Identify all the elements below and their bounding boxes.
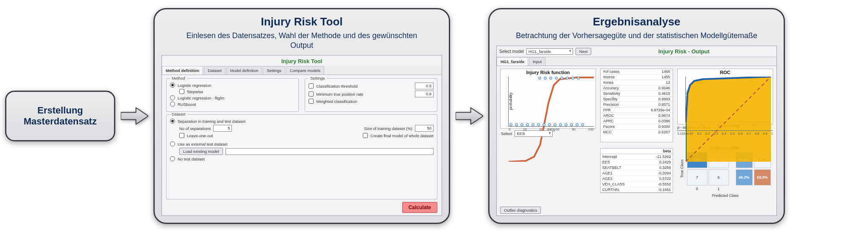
roc-chart: ROC Sensitivity 1 - Specificity 0 0.2 0.…	[677, 69, 773, 124]
input-min-tpr[interactable]: 0.9	[415, 91, 434, 97]
step1-title-line2: Masterdatensatz	[24, 116, 97, 127]
app-title: Injury Risk Tool	[162, 55, 442, 66]
method-legend: Method	[170, 76, 187, 80]
conf-ax1: 1	[709, 187, 729, 192]
coef-row: EES0.2425	[601, 160, 673, 165]
roc-curve	[686, 77, 771, 162]
irf-points-class0	[509, 123, 594, 126]
conf-r1b: 53.8%	[754, 169, 771, 185]
injury-risk-output-window: Select model HG1_farside Next Injury Ris…	[496, 46, 777, 216]
coef-row: Intercept-11.5262	[601, 154, 673, 160]
label-create-final-model: Create final model of whole dataset	[370, 133, 434, 138]
tab-dataset[interactable]: Dataset	[204, 66, 225, 75]
svg-marker-1	[456, 108, 483, 124]
check-stepwise[interactable]	[179, 89, 184, 94]
select-model-label: Select model	[499, 49, 524, 54]
output-topbar: Select model HG1_farside Next Injury Ris…	[497, 46, 776, 57]
stats-row: #of cases1468	[601, 69, 673, 75]
input-no-of-separations[interactable]: 5	[213, 125, 232, 132]
check-class-threshold[interactable]	[309, 83, 314, 88]
label-separation: Separation in training and test dataset	[178, 119, 245, 124]
irf-curve	[509, 77, 594, 162]
tab-model-definition[interactable]: Model definition	[226, 66, 262, 75]
label-no-of-separations: No of separations	[179, 126, 211, 131]
check-weighted-classification[interactable]	[309, 99, 314, 104]
radio-logistic-regression[interactable]	[170, 83, 175, 88]
tool-tabs: Method definition Dataset Model definiti…	[162, 66, 442, 75]
stats-row: Specifity0.9993	[601, 97, 673, 102]
injury-risk-tool-window: Injury Risk Tool Method definition Datas…	[161, 55, 442, 216]
step3-panel: Ergebnisanalyse Betrachtung der Vorhersa…	[488, 8, 785, 224]
outlier-diagnostics-button[interactable]: Outlier diagnostics	[500, 207, 541, 214]
load-existing-model-button[interactable]: Load existing model	[179, 148, 223, 155]
step2-panel: Injury Risk Tool Einlesen des Datensatze…	[153, 8, 450, 224]
coef-row: AGE20.5722	[601, 176, 673, 182]
tab-settings[interactable]: Settings	[263, 66, 285, 75]
roc-title: ROC	[678, 69, 773, 76]
select-model-dropdown[interactable]: HG1_farside	[526, 48, 573, 55]
tab-compare-models[interactable]: Compare models	[286, 66, 324, 75]
step2-subtitle: Einlesen des Datensatzes, Wahl der Metho…	[179, 31, 425, 50]
step3-title: Ergebnisanalyse	[593, 15, 681, 28]
stats-row: #zeros1455	[601, 75, 673, 80]
stats-row: Precision0.8571	[601, 102, 673, 108]
stats-row: Sensitivity0.4615	[601, 91, 673, 97]
coef-row: SEATBELT0.3256	[601, 165, 673, 171]
dataset-fieldset: Dataset Separation in training and test …	[166, 114, 437, 199]
input-model-path[interactable]	[225, 148, 434, 155]
method-fieldset: Method Logistic regression Stepwise Logi…	[166, 78, 299, 112]
output-body: Injury Risk function probability EES 0 2…	[497, 66, 776, 206]
tab-method-definition[interactable]: Method definition	[162, 66, 203, 75]
stats-table: #of cases1468#zeros1455#ones13Accuracy0.…	[600, 69, 673, 142]
radio-fitglm[interactable]	[170, 95, 175, 100]
workflow-diagram: Erstellung Masterdatensatz Injury Risk T…	[0, 0, 868, 232]
coef-table: beta Intercept-11.5262EES0.2425SEATBELT0…	[600, 148, 673, 193]
conf-c11: 6	[709, 169, 729, 185]
irf-points-class1	[509, 77, 594, 80]
label-fitglm: Logistic regression - fitglm	[178, 96, 224, 100]
input-class-threshold[interactable]: 0.5	[415, 83, 434, 89]
radio-rusboost[interactable]	[170, 102, 175, 107]
stats-row: #ones13	[601, 80, 673, 86]
radio-external-test[interactable]	[170, 141, 175, 146]
label-external-test: Use as external test dataset	[178, 142, 228, 146]
radio-separation[interactable]	[170, 119, 175, 124]
label-weighted-classification: Weighted classification	[316, 99, 357, 104]
irf-plot-area: probability EES 0 20 40 60 80 100	[508, 77, 594, 127]
tab-model-result[interactable]: HG1_farside	[497, 57, 528, 66]
next-button[interactable]: Next	[576, 48, 592, 55]
coef-row: AGE1-0.2094	[601, 171, 673, 176]
output-title: Injury Risk - Output	[594, 48, 774, 55]
label-size-train: Size of training dataset (%)	[364, 126, 412, 131]
check-min-tpr[interactable]	[309, 91, 314, 97]
step1-panel: Erstellung Masterdatensatz	[5, 91, 115, 141]
p-separation-axis: 3.1534e-07 0.1 0.2 0.3 0.4 0.5 0.6 0.7 0…	[677, 130, 773, 138]
select-var-dropdown[interactable]: EES	[515, 130, 553, 137]
svg-marker-0	[121, 108, 148, 124]
label-rusboost: RUSboost	[178, 102, 196, 107]
arrow-2	[454, 101, 484, 131]
label-stepwise: Stepwise	[187, 89, 203, 94]
calculate-button[interactable]: Calculate	[402, 202, 437, 213]
settings-legend: Settings	[309, 76, 326, 80]
conf-c10: 7	[687, 169, 707, 185]
check-leave-one-out[interactable]	[179, 133, 184, 138]
conf-ax0: 0	[687, 187, 707, 192]
step1-title: Erstellung Masterdatensatz	[24, 105, 97, 127]
confusion-ylabel: True Class	[680, 152, 686, 185]
stats-row: Accuracy0.9946	[601, 86, 673, 91]
output-tabs: HG1_farside Input	[497, 57, 776, 66]
tool-body: Method Logistic regression Stepwise Logi…	[162, 75, 442, 215]
roc-plot-area: Sensitivity 1 - Specificity 0 0.2 0.4 0.…	[685, 77, 771, 122]
confusion-xlabel: Predicted Class	[712, 193, 738, 198]
stats-row: MCC0.6267	[601, 130, 673, 135]
label-leave-one-out: Leave-one-out	[187, 133, 213, 138]
label-no-test-dataset: No test dataset	[178, 157, 205, 161]
dataset-legend: Dataset	[170, 112, 187, 116]
conf-r1a: 46.2%	[736, 169, 753, 185]
check-create-final-model[interactable]	[363, 133, 368, 138]
label-class-threshold: Classification threshold	[316, 84, 358, 88]
input-size-train[interactable]: 50	[415, 125, 434, 132]
radio-no-test-dataset[interactable]	[170, 156, 175, 161]
tab-input[interactable]: Input	[529, 57, 545, 66]
